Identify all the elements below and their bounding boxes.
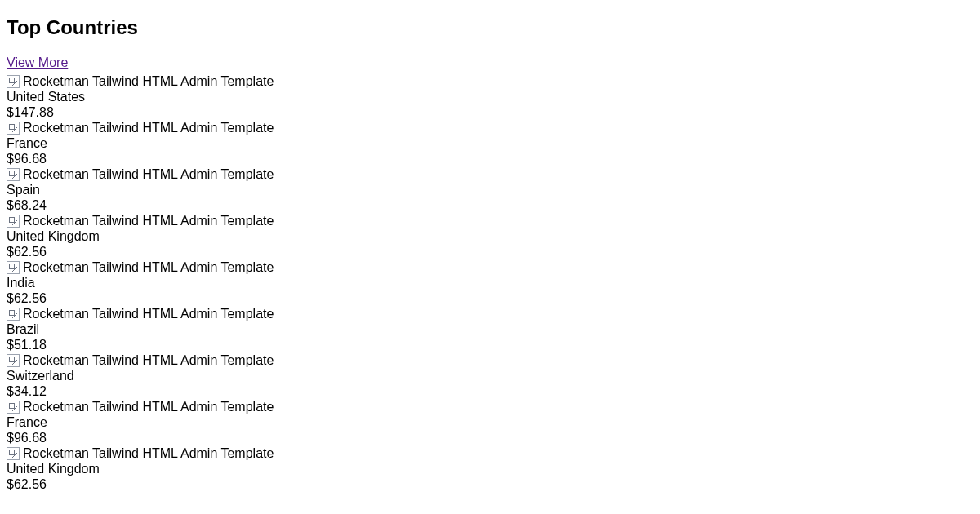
image-alt-text: Rocketman Tailwind HTML Admin Template	[23, 259, 274, 275]
broken-image-icon	[7, 308, 20, 321]
image-row: Rocketman Tailwind HTML Admin Template	[7, 306, 973, 321]
country-price: $68.24	[7, 197, 973, 213]
broken-image-icon	[7, 401, 20, 414]
broken-image-icon	[7, 75, 20, 88]
image-alt-text: Rocketman Tailwind HTML Admin Template	[23, 306, 274, 321]
country-price: $34.12	[7, 383, 973, 399]
broken-image-icon	[7, 168, 20, 181]
image-alt-text: Rocketman Tailwind HTML Admin Template	[23, 213, 274, 228]
country-name: Brazil	[7, 321, 973, 337]
country-name: France	[7, 414, 973, 430]
broken-image-icon	[7, 354, 20, 367]
image-row: Rocketman Tailwind HTML Admin Template	[7, 73, 973, 89]
image-alt-text: Rocketman Tailwind HTML Admin Template	[23, 120, 274, 135]
list-item: Rocketman Tailwind HTML Admin TemplateSw…	[7, 352, 973, 399]
image-alt-text: Rocketman Tailwind HTML Admin Template	[23, 352, 274, 368]
image-row: Rocketman Tailwind HTML Admin Template	[7, 120, 973, 135]
view-more-link[interactable]: View More	[7, 55, 68, 70]
image-alt-text: Rocketman Tailwind HTML Admin Template	[23, 73, 274, 89]
country-price: $51.18	[7, 337, 973, 352]
countries-list: Rocketman Tailwind HTML Admin TemplateUn…	[7, 73, 973, 492]
list-item: Rocketman Tailwind HTML Admin TemplateUn…	[7, 445, 973, 492]
image-alt-text: Rocketman Tailwind HTML Admin Template	[23, 166, 274, 182]
image-row: Rocketman Tailwind HTML Admin Template	[7, 399, 973, 414]
broken-image-icon	[7, 447, 20, 460]
country-price: $62.56	[7, 476, 973, 492]
country-price: $96.68	[7, 430, 973, 445]
country-name: United States	[7, 89, 973, 104]
country-name: India	[7, 275, 973, 290]
list-item: Rocketman Tailwind HTML Admin TemplateUn…	[7, 213, 973, 259]
list-item: Rocketman Tailwind HTML Admin TemplateSp…	[7, 166, 973, 213]
country-price: $62.56	[7, 244, 973, 259]
country-name: United Kingdom	[7, 228, 973, 244]
image-row: Rocketman Tailwind HTML Admin Template	[7, 259, 973, 275]
list-item: Rocketman Tailwind HTML Admin TemplateIn…	[7, 259, 973, 306]
image-alt-text: Rocketman Tailwind HTML Admin Template	[23, 399, 274, 414]
list-item: Rocketman Tailwind HTML Admin TemplateBr…	[7, 306, 973, 352]
list-item: Rocketman Tailwind HTML Admin TemplateUn…	[7, 73, 973, 120]
broken-image-icon	[7, 215, 20, 228]
broken-image-icon	[7, 261, 20, 274]
broken-image-icon	[7, 122, 20, 135]
image-row: Rocketman Tailwind HTML Admin Template	[7, 352, 973, 368]
image-row: Rocketman Tailwind HTML Admin Template	[7, 445, 973, 461]
country-name: France	[7, 135, 973, 151]
image-row: Rocketman Tailwind HTML Admin Template	[7, 166, 973, 182]
country-name: United Kingdom	[7, 461, 973, 476]
country-price: $147.88	[7, 104, 973, 120]
country-name: Spain	[7, 182, 973, 197]
list-item: Rocketman Tailwind HTML Admin TemplateFr…	[7, 399, 973, 445]
page-title: Top Countries	[7, 16, 973, 39]
country-name: Switzerland	[7, 368, 973, 383]
image-row: Rocketman Tailwind HTML Admin Template	[7, 213, 973, 228]
country-price: $62.56	[7, 290, 973, 306]
country-price: $96.68	[7, 151, 973, 166]
image-alt-text: Rocketman Tailwind HTML Admin Template	[23, 445, 274, 461]
list-item: Rocketman Tailwind HTML Admin TemplateFr…	[7, 120, 973, 166]
